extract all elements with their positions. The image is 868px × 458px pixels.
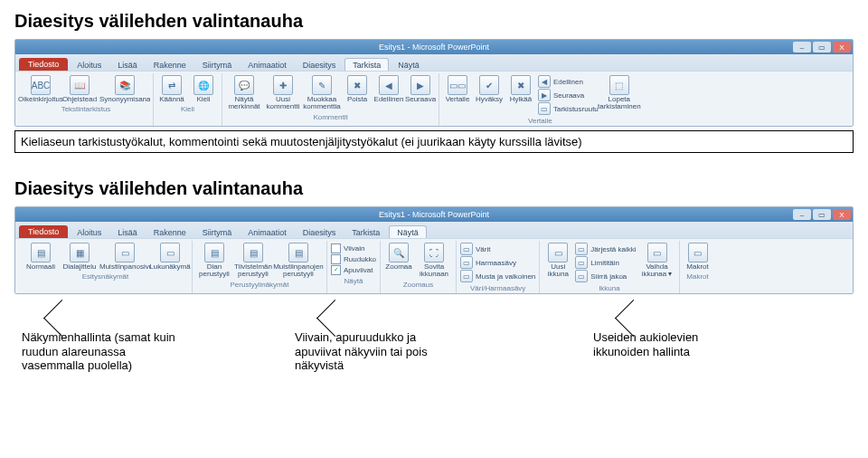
- tab-file[interactable]: Tiedosto: [19, 225, 68, 238]
- btn-label: Vaihda ikkunaa ▾: [639, 263, 675, 279]
- ribbon-tabs: Tiedosto Aloitus Lisää Rakenne Siirtymä …: [15, 54, 853, 71]
- next-icon: ▶: [410, 75, 430, 95]
- tab-animaatiot[interactable]: Animaatiot: [241, 226, 294, 238]
- group-kommentit: 💬Näytä merkinnät ✚Uusi kommentti ✎Muokka…: [222, 73, 439, 126]
- btn-hyvaksy[interactable]: ✔Hyväksy: [475, 75, 504, 115]
- btn-muistiinpanosivu[interactable]: ▭Muistiinpanosivu: [100, 243, 149, 271]
- tab-file[interactable]: Tiedosto: [19, 58, 68, 71]
- row-label: Musta ja valkoinen: [476, 272, 535, 281]
- tab-nayta[interactable]: Näytä: [389, 225, 427, 238]
- row-label: Seuraava: [553, 91, 584, 100]
- btn-hylkaa[interactable]: ✖Hylkää: [506, 75, 535, 115]
- btn-muistiinpanojen-perustyyli[interactable]: ▤Muistiinpanojen perustyyli: [274, 243, 323, 279]
- btn-lopeta-tarkistaminen[interactable]: ⬚Lopeta tarkistaminen: [601, 75, 637, 115]
- btn-limititain[interactable]: ▭Limititäin: [575, 256, 636, 269]
- group-nayta: Viivain Ruudukko ✓Apuviivat Näytä: [327, 241, 381, 293]
- row-label: Harmaasävy: [476, 259, 516, 267]
- btn-edellinen-kommentti[interactable]: ◀Edellinen: [374, 75, 403, 111]
- btn-poista-kommentti[interactable]: ✖Poista: [343, 75, 372, 111]
- btn-uusi-kommentti[interactable]: ✚Uusi kommentti: [265, 75, 301, 111]
- btn-tiivistelman-perustyyli[interactable]: ▤Tiivistelmän perustyyli: [235, 243, 271, 279]
- chk-apuviivat[interactable]: ✓Apuviivat: [331, 265, 376, 275]
- section1-title: Diaesitys välilehden valintanauha: [14, 11, 854, 32]
- btn-label: Dian perustyyli: [196, 263, 232, 279]
- powerpoint-window-nayta: Esitys1 - Microsoft PowerPoint – ▭ X Tie…: [14, 206, 854, 294]
- thesaurus-icon: 📚: [115, 75, 135, 95]
- btn-jarjesta-kaikki[interactable]: ▭Järjestä kaikki: [575, 243, 636, 255]
- checkbox-icon: [331, 254, 341, 264]
- tab-aloitus[interactable]: Aloitus: [70, 59, 108, 71]
- show-markup-icon: 💬: [234, 75, 254, 95]
- cascade-icon: ▭: [575, 256, 588, 269]
- prev-icon: ◀: [538, 75, 551, 88]
- btn-zoomaa[interactable]: 🔍Zoomaa: [384, 243, 413, 279]
- btn-label: Ohjeistead: [62, 96, 97, 103]
- tab-animaatiot[interactable]: Animaatiot: [241, 59, 294, 71]
- btn-vertaile[interactable]: ▭▭Vertaile: [443, 75, 472, 115]
- btn-kaanna[interactable]: ⇄Käännä: [157, 75, 186, 103]
- btn-label: Tiivistelmän perustyyli: [234, 263, 272, 279]
- btn-uusi-ikkuna[interactable]: ▭Uusi ikkuna: [543, 243, 572, 282]
- btn-sovita-ikkunaan[interactable]: ⛶Sovita ikkunaan: [416, 243, 452, 279]
- row-label: Värit: [476, 245, 490, 253]
- row-label: Siirrä jakoa: [590, 272, 627, 281]
- row-label: Tarkistusruutu: [553, 105, 599, 113]
- btn-siirra-jakoa[interactable]: ▭Siirrä jakoa: [575, 270, 636, 282]
- btn-varit[interactable]: ▭Värit: [460, 243, 535, 255]
- ribbon-tabs: Tiedosto Aloitus Lisää Rakenne Siirtymä …: [15, 222, 853, 238]
- callout-viivain-apuruudukko: Viivain, apuruudukko ja apuviivat näkyvi…: [295, 330, 448, 373]
- tab-rakenne[interactable]: Rakenne: [146, 59, 193, 71]
- btn-ohjeistead[interactable]: 📖Ohjeistead: [61, 75, 98, 103]
- group-label: Zoomaus: [403, 281, 433, 290]
- chk-ruudukko[interactable]: Ruudukko: [331, 254, 376, 264]
- btn-harmaasavy[interactable]: ▭Harmaasävy: [460, 256, 535, 269]
- chk-viivain[interactable]: Viivain: [331, 243, 376, 253]
- tab-lisaa[interactable]: Lisää: [110, 59, 145, 71]
- btn-oikeinkirjoitus[interactable]: ABCOikeinkirjoitus: [23, 75, 59, 103]
- btn-dian-perustyyli[interactable]: ▤Dian perustyyli: [196, 243, 232, 279]
- btn-seuraava-kommentti[interactable]: ▶Seuraava: [406, 75, 435, 111]
- btn-muokkaa-kommenttia[interactable]: ✎Muokkaa kommenttia: [304, 75, 340, 111]
- tab-siirtyma[interactable]: Siirtymä: [195, 59, 240, 71]
- delete-icon: ✖: [347, 75, 367, 95]
- btn-synonyymisanasto[interactable]: 📚Synonyymisanasto: [100, 75, 149, 103]
- end-review-icon: ⬚: [609, 75, 629, 95]
- tab-diaesitys[interactable]: Diaesitys: [296, 226, 344, 238]
- tab-diaesitys[interactable]: Diaesitys: [296, 59, 344, 71]
- tab-tarkista[interactable]: Tarkista: [344, 226, 387, 238]
- row-label: Edellinen: [553, 78, 583, 86]
- tab-lisaa[interactable]: Lisää: [110, 226, 145, 238]
- tab-aloitus[interactable]: Aloitus: [70, 226, 108, 238]
- tab-tarkista[interactable]: Tarkista: [344, 58, 389, 71]
- title-bar: Esitys1 - Microsoft PowerPoint – ▭ X: [15, 40, 853, 54]
- btn-seuraava-muutos[interactable]: ▶Seuraava: [538, 89, 599, 101]
- group-makrot: ▭Makrot Makrot: [680, 241, 716, 293]
- btn-label: Lukunäkymä: [149, 263, 190, 271]
- btn-dialajittelu[interactable]: ▦Dialajittelu: [61, 243, 98, 271]
- tab-rakenne[interactable]: Rakenne: [146, 226, 193, 238]
- btn-vaihda-ikkunaa[interactable]: ▭Vaihda ikkunaa ▾: [639, 243, 675, 282]
- tab-nayta[interactable]: Näytä: [391, 59, 427, 71]
- btn-label: Uusi kommentti: [265, 96, 301, 111]
- btn-label: Oikeinkirjoitus: [18, 96, 63, 103]
- btn-label: Muistiinpanojen perustyyli: [273, 263, 324, 279]
- callout-text: Viivain, apuruudukko ja apuviivat näkyvi…: [295, 330, 428, 372]
- group-label: Tekstintarkistus: [61, 105, 111, 114]
- section2-title: Diaesitys välilehden valintanauha: [14, 178, 854, 199]
- btn-kieli[interactable]: 🌐Kieli: [189, 75, 218, 103]
- btn-edellinen-muutos[interactable]: ◀Edellinen: [538, 75, 599, 88]
- btn-lukunakyma[interactable]: ▭Lukunäkymä: [152, 243, 188, 271]
- group-label: Näytä: [344, 277, 363, 286]
- prev-icon: ◀: [379, 75, 399, 95]
- btn-nayta-merkinnat[interactable]: 💬Näytä merkinnät: [226, 75, 262, 111]
- reject-icon: ✖: [511, 75, 531, 95]
- btn-tarkistusruutu[interactable]: ▭Tarkistusruutu: [538, 102, 599, 115]
- accept-icon: ✔: [479, 75, 499, 95]
- btn-label: Muistiinpanosivu: [99, 263, 150, 271]
- btn-label: Synonyymisanasto: [99, 96, 150, 103]
- btn-makrot[interactable]: ▭Makrot: [684, 243, 712, 271]
- normal-view-icon: ▤: [31, 243, 51, 262]
- btn-normaali[interactable]: ▤Normaali: [23, 243, 59, 271]
- tab-siirtyma[interactable]: Siirtymä: [195, 226, 240, 238]
- btn-mustavalkoinen[interactable]: ▭Musta ja valkoinen: [460, 270, 535, 282]
